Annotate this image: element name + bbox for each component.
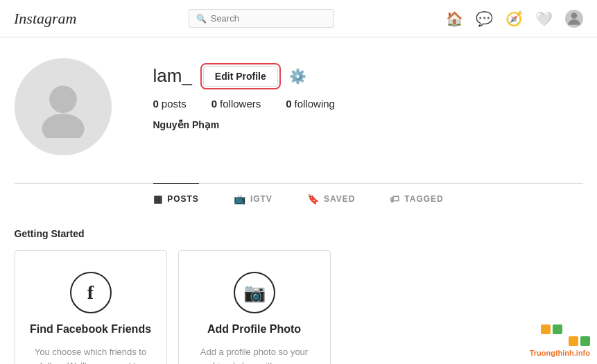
watermark-text: Truongthinh.info (530, 349, 590, 357)
getting-started-title: Getting Started (15, 228, 583, 239)
photo-card: 📷 Add Profile Photo Add a profile photo … (178, 250, 331, 364)
igtv-tab-icon: 📺 (234, 193, 246, 205)
edit-profile-button[interactable]: Edit Profile (203, 66, 278, 87)
tabs-bar: ▦ POSTS 📺 IGTV 🔖 SAVED 🏷 TAGGED (15, 183, 583, 214)
tab-posts-label: POSTS (167, 194, 199, 204)
tab-saved[interactable]: 🔖 SAVED (307, 183, 355, 214)
camera-icon: 📷 (243, 282, 266, 304)
posts-label: posts (162, 98, 187, 110)
camera-icon-circle: 📷 (234, 272, 275, 313)
profile-full-name: Nguyễn Phạm (153, 119, 583, 130)
svg-point-0 (571, 12, 578, 19)
tab-igtv[interactable]: 📺 IGTV (234, 183, 272, 214)
posts-tab-icon: ▦ (153, 193, 163, 205)
tab-tagged[interactable]: 🏷 TAGGED (390, 183, 443, 214)
following-count: 0 (286, 98, 291, 110)
watermark-blocks (541, 324, 590, 346)
search-bar[interactable]: 🔍 (189, 9, 334, 28)
profile-top-row: lam_ Edit Profile ⚙️ (153, 65, 583, 87)
photo-card-desc: Add a profile photo so your friends know… (193, 345, 316, 364)
wblock-spacer (564, 324, 566, 346)
instagram-logo: Instagram (14, 10, 76, 28)
wblock-3 (569, 336, 578, 346)
tagged-tab-icon: 🏷 (390, 193, 400, 205)
profile-header: lam_ Edit Profile ⚙️ 0 posts 0 followers… (15, 58, 583, 176)
following-label: following (295, 98, 335, 110)
svg-point-1 (49, 85, 77, 113)
tab-posts[interactable]: ▦ POSTS (153, 183, 199, 214)
posts-stat: 0 posts (153, 98, 187, 110)
search-icon: 🔍 (196, 14, 207, 24)
wblock-4 (580, 336, 590, 346)
facebook-card-title: Find Facebook Friends (30, 323, 151, 336)
svg-point-2 (42, 114, 84, 138)
wblock-1 (541, 324, 551, 334)
profile-username: lam_ (153, 65, 192, 87)
tab-tagged-label: TAGGED (404, 194, 443, 204)
profile-page: lam_ Edit Profile ⚙️ 0 posts 0 followers… (1, 37, 597, 364)
watermark: Truongthinh.info (530, 324, 590, 357)
heart-icon[interactable]: 🤍 (535, 10, 553, 27)
navbar: Instagram 🔍 🏠 💬 🧭 🤍 (0, 0, 597, 37)
photo-card-title: Add Profile Photo (207, 323, 301, 336)
facebook-icon-circle: f (70, 272, 112, 313)
following-stat: 0 following (286, 98, 335, 110)
settings-icon[interactable]: ⚙️ (289, 68, 306, 85)
followers-stat: 0 followers (211, 98, 261, 110)
tab-saved-label: SAVED (324, 194, 355, 204)
facebook-card-desc: You choose which friends to follow. We'l… (29, 345, 153, 364)
followers-count: 0 (211, 98, 217, 110)
profile-info: lam_ Edit Profile ⚙️ 0 posts 0 followers… (153, 58, 583, 130)
saved-tab-icon: 🔖 (307, 193, 320, 205)
followers-label: followers (220, 98, 261, 110)
facebook-icon: f (87, 281, 94, 304)
nav-icons: 🏠 💬 🧭 🤍 (446, 10, 583, 28)
wblock-2 (553, 324, 562, 334)
tab-igtv-label: IGTV (250, 194, 272, 204)
search-input[interactable] (211, 13, 327, 24)
profile-stats: 0 posts 0 followers 0 following (153, 98, 583, 110)
compass-icon[interactable]: 🧭 (505, 10, 523, 27)
profile-avatar (15, 58, 112, 155)
getting-started-cards: f Find Facebook Friends You choose which… (15, 250, 583, 364)
posts-count: 0 (153, 98, 159, 110)
messenger-icon[interactable]: 💬 (476, 10, 493, 27)
facebook-card: f Find Facebook Friends You choose which… (15, 250, 167, 364)
avatar-nav[interactable] (565, 10, 583, 28)
main-content: Getting Started f Find Facebook Friends … (15, 214, 583, 364)
home-icon[interactable]: 🏠 (446, 10, 463, 27)
